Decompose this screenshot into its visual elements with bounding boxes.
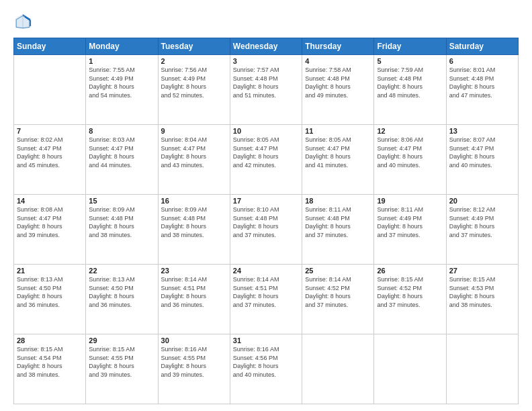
day-number: 20 <box>449 197 515 205</box>
day-detail: Sunrise: 8:15 AMSunset: 4:54 PMDaylight:… <box>17 345 83 379</box>
day-number: 1 <box>89 57 154 65</box>
day-detail: Sunrise: 8:13 AMSunset: 4:50 PMDaylight:… <box>17 275 83 309</box>
calendar-cell: 14Sunrise: 8:08 AMSunset: 4:47 PMDayligh… <box>14 195 86 265</box>
day-detail: Sunrise: 8:10 AMSunset: 4:48 PMDaylight:… <box>233 205 299 239</box>
calendar-cell: 24Sunrise: 8:14 AMSunset: 4:51 PMDayligh… <box>230 265 302 334</box>
day-detail: Sunrise: 8:14 AMSunset: 4:52 PMDaylight:… <box>305 275 371 309</box>
day-number: 27 <box>449 267 515 275</box>
calendar-cell: 20Sunrise: 8:12 AMSunset: 4:49 PMDayligh… <box>446 195 518 265</box>
calendar-cell: 6Sunrise: 8:01 AMSunset: 4:48 PMDaylight… <box>446 55 518 125</box>
day-detail: Sunrise: 8:09 AMSunset: 4:48 PMDaylight:… <box>89 205 154 239</box>
calendar-header-friday: Friday <box>374 38 446 55</box>
day-number: 9 <box>161 127 227 135</box>
day-number: 11 <box>305 127 371 135</box>
day-number: 12 <box>377 127 443 135</box>
day-detail: Sunrise: 7:59 AMSunset: 4:48 PMDaylight:… <box>377 66 443 99</box>
day-number: 28 <box>17 336 83 345</box>
day-detail: Sunrise: 8:03 AMSunset: 4:47 PMDaylight:… <box>89 136 154 169</box>
calendar-header-wednesday: Wednesday <box>230 38 302 55</box>
calendar-cell: 29Sunrise: 8:15 AMSunset: 4:55 PMDayligh… <box>86 334 158 404</box>
logo-icon <box>13 12 32 31</box>
calendar-header-saturday: Saturday <box>446 38 518 55</box>
calendar-cell: 5Sunrise: 7:59 AMSunset: 4:48 PMDaylight… <box>374 55 446 125</box>
calendar-cell: 21Sunrise: 8:13 AMSunset: 4:50 PMDayligh… <box>14 265 86 334</box>
day-detail: Sunrise: 7:57 AMSunset: 4:48 PMDaylight:… <box>233 66 299 99</box>
calendar-week-1: 1Sunrise: 7:55 AMSunset: 4:49 PMDaylight… <box>14 55 519 125</box>
day-number: 7 <box>17 127 83 135</box>
calendar-cell: 7Sunrise: 8:02 AMSunset: 4:47 PMDaylight… <box>14 125 86 195</box>
calendar-cell: 27Sunrise: 8:15 AMSunset: 4:53 PMDayligh… <box>446 265 518 334</box>
day-detail: Sunrise: 8:13 AMSunset: 4:50 PMDaylight:… <box>89 275 154 309</box>
calendar-cell: 2Sunrise: 7:56 AMSunset: 4:49 PMDaylight… <box>158 55 230 125</box>
calendar-cell: 26Sunrise: 8:15 AMSunset: 4:52 PMDayligh… <box>374 265 446 334</box>
calendar-cell: 28Sunrise: 8:15 AMSunset: 4:54 PMDayligh… <box>14 334 86 404</box>
calendar-week-2: 7Sunrise: 8:02 AMSunset: 4:47 PMDaylight… <box>14 125 519 195</box>
day-number: 18 <box>305 197 371 205</box>
day-detail: Sunrise: 8:14 AMSunset: 4:51 PMDaylight:… <box>161 275 227 309</box>
calendar-cell: 22Sunrise: 8:13 AMSunset: 4:50 PMDayligh… <box>86 265 158 334</box>
day-number: 3 <box>233 57 299 65</box>
day-detail: Sunrise: 8:05 AMSunset: 4:47 PMDaylight:… <box>305 136 371 169</box>
calendar-cell: 12Sunrise: 8:06 AMSunset: 4:47 PMDayligh… <box>374 125 446 195</box>
day-detail: Sunrise: 8:15 AMSunset: 4:53 PMDaylight:… <box>449 275 515 309</box>
calendar-cell: 8Sunrise: 8:03 AMSunset: 4:47 PMDaylight… <box>86 125 158 195</box>
calendar-cell <box>302 334 374 404</box>
calendar-header-tuesday: Tuesday <box>158 38 230 55</box>
day-detail: Sunrise: 8:15 AMSunset: 4:55 PMDaylight:… <box>89 345 154 379</box>
day-detail: Sunrise: 7:55 AMSunset: 4:49 PMDaylight:… <box>89 66 154 99</box>
day-number: 19 <box>377 197 443 205</box>
day-detail: Sunrise: 8:16 AMSunset: 4:55 PMDaylight:… <box>161 345 227 379</box>
day-number: 21 <box>17 267 83 275</box>
calendar-cell <box>374 334 446 404</box>
day-detail: Sunrise: 8:07 AMSunset: 4:47 PMDaylight:… <box>449 136 515 169</box>
day-detail: Sunrise: 8:11 AMSunset: 4:49 PMDaylight:… <box>377 205 443 239</box>
day-number: 15 <box>89 197 154 205</box>
day-detail: Sunrise: 8:16 AMSunset: 4:56 PMDaylight:… <box>233 345 299 379</box>
calendar-week-5: 28Sunrise: 8:15 AMSunset: 4:54 PMDayligh… <box>14 334 519 404</box>
day-detail: Sunrise: 8:05 AMSunset: 4:47 PMDaylight:… <box>233 136 299 169</box>
day-detail: Sunrise: 8:04 AMSunset: 4:47 PMDaylight:… <box>161 136 227 169</box>
day-detail: Sunrise: 8:02 AMSunset: 4:47 PMDaylight:… <box>17 136 83 169</box>
day-detail: Sunrise: 8:11 AMSunset: 4:48 PMDaylight:… <box>305 205 371 239</box>
calendar-cell: 13Sunrise: 8:07 AMSunset: 4:47 PMDayligh… <box>446 125 518 195</box>
calendar-cell: 3Sunrise: 7:57 AMSunset: 4:48 PMDaylight… <box>230 55 302 125</box>
calendar-cell: 11Sunrise: 8:05 AMSunset: 4:47 PMDayligh… <box>302 125 374 195</box>
day-number: 25 <box>305 267 371 275</box>
day-detail: Sunrise: 8:14 AMSunset: 4:51 PMDaylight:… <box>233 275 299 309</box>
calendar-week-4: 21Sunrise: 8:13 AMSunset: 4:50 PMDayligh… <box>14 265 519 334</box>
calendar-cell: 31Sunrise: 8:16 AMSunset: 4:56 PMDayligh… <box>230 334 302 404</box>
calendar-cell: 15Sunrise: 8:09 AMSunset: 4:48 PMDayligh… <box>86 195 158 265</box>
day-number: 10 <box>233 127 299 135</box>
calendar-cell <box>14 55 86 125</box>
calendar-cell: 18Sunrise: 8:11 AMSunset: 4:48 PMDayligh… <box>302 195 374 265</box>
day-number: 31 <box>233 336 299 345</box>
calendar-cell: 19Sunrise: 8:11 AMSunset: 4:49 PMDayligh… <box>374 195 446 265</box>
day-number: 22 <box>89 267 154 275</box>
day-detail: Sunrise: 8:12 AMSunset: 4:49 PMDaylight:… <box>449 205 515 239</box>
day-detail: Sunrise: 8:08 AMSunset: 4:47 PMDaylight:… <box>17 205 83 239</box>
calendar-cell: 17Sunrise: 8:10 AMSunset: 4:48 PMDayligh… <box>230 195 302 265</box>
day-number: 4 <box>305 57 371 65</box>
day-number: 13 <box>449 127 515 135</box>
calendar-cell: 1Sunrise: 7:55 AMSunset: 4:49 PMDaylight… <box>86 55 158 125</box>
day-detail: Sunrise: 8:09 AMSunset: 4:48 PMDaylight:… <box>161 205 227 239</box>
header <box>13 12 519 31</box>
calendar-header-row: SundayMondayTuesdayWednesdayThursdayFrid… <box>14 38 519 55</box>
calendar-cell: 4Sunrise: 7:58 AMSunset: 4:48 PMDaylight… <box>302 55 374 125</box>
day-number: 5 <box>377 57 443 65</box>
calendar-week-3: 14Sunrise: 8:08 AMSunset: 4:47 PMDayligh… <box>14 195 519 265</box>
day-number: 16 <box>161 197 227 205</box>
calendar-header-thursday: Thursday <box>302 38 374 55</box>
day-detail: Sunrise: 7:56 AMSunset: 4:49 PMDaylight:… <box>161 66 227 99</box>
day-number: 17 <box>233 197 299 205</box>
calendar-header-monday: Monday <box>86 38 158 55</box>
calendar-table: SundayMondayTuesdayWednesdayThursdayFrid… <box>13 38 519 404</box>
day-detail: Sunrise: 7:58 AMSunset: 4:48 PMDaylight:… <box>305 66 371 99</box>
day-number: 14 <box>17 197 83 205</box>
day-detail: Sunrise: 8:01 AMSunset: 4:48 PMDaylight:… <box>449 66 515 99</box>
calendar-cell: 30Sunrise: 8:16 AMSunset: 4:55 PMDayligh… <box>158 334 230 404</box>
day-number: 24 <box>233 267 299 275</box>
page: SundayMondayTuesdayWednesdayThursdayFrid… <box>0 0 532 411</box>
calendar-header-sunday: Sunday <box>14 38 86 55</box>
day-detail: Sunrise: 8:15 AMSunset: 4:52 PMDaylight:… <box>377 275 443 309</box>
